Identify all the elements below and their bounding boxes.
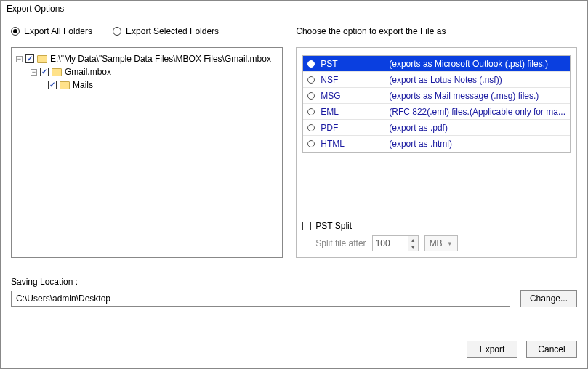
tree-node-label: E:\"My Data\"Sample Data Files\MBOX File… xyxy=(50,54,271,64)
tree-leaf-row[interactable]: Mails xyxy=(16,78,278,92)
folder-icon xyxy=(60,81,70,89)
saving-location-input[interactable] xyxy=(11,291,510,307)
export-button[interactable]: Export xyxy=(467,341,517,358)
saving-location-label: Saving Location : xyxy=(11,277,577,287)
change-button[interactable]: Change... xyxy=(520,290,577,307)
format-option-pst[interactable]: PST(exports as Microsoft Outlook (.pst) … xyxy=(303,56,570,72)
export-selected-radio[interactable]: Export Selected Folders xyxy=(113,26,219,36)
window-title: Export Options xyxy=(1,1,587,17)
split-unit-select[interactable]: MB ▼ xyxy=(424,235,458,251)
format-option-nsf[interactable]: NSF(export as Lotus Notes (.nsf)) xyxy=(303,72,570,88)
format-desc: (export as .pdf) xyxy=(389,123,570,133)
format-panel: PST(exports as Microsoft Outlook (.pst) … xyxy=(296,47,577,258)
tree-node-label: Gmail.mbox xyxy=(65,67,111,77)
format-name: NSF xyxy=(321,75,383,85)
radio-icon xyxy=(307,76,315,84)
tree-child-row[interactable]: − Gmail.mbox xyxy=(16,65,278,78)
export-scope-group: Export All Folders Export Selected Folde… xyxy=(11,23,283,40)
radio-icon xyxy=(307,124,315,131)
export-selected-label: Export Selected Folders xyxy=(126,26,219,36)
format-desc: (exports as Microsoft Outlook (.pst) fil… xyxy=(389,59,570,69)
tree-node-label: Mails xyxy=(73,80,93,90)
format-desc: (export as .html) xyxy=(389,139,570,149)
pst-split-checkbox[interactable] xyxy=(302,222,311,230)
tree-checkbox[interactable] xyxy=(25,54,34,63)
format-desc: (RFC 822(.eml) files.(Applicable only fo… xyxy=(389,107,570,117)
radio-icon xyxy=(307,92,315,100)
tree-checkbox[interactable] xyxy=(40,68,49,76)
collapse-icon[interactable]: − xyxy=(16,56,23,62)
format-list: PST(exports as Microsoft Outlook (.pst) … xyxy=(302,55,571,153)
split-value-input[interactable] xyxy=(373,236,408,251)
format-name: PDF xyxy=(321,123,383,133)
format-name: PST xyxy=(321,59,383,69)
format-desc: (exports as Mail message (.msg) files.) xyxy=(389,91,570,101)
chevron-down-icon: ▼ xyxy=(447,240,453,247)
format-name: HTML xyxy=(321,139,383,149)
split-value-stepper[interactable]: ▲ ▼ xyxy=(372,235,419,251)
radio-icon xyxy=(307,60,315,68)
format-desc: (export as Lotus Notes (.nsf)) xyxy=(389,75,570,85)
radio-icon xyxy=(307,140,315,147)
folder-icon xyxy=(52,68,62,76)
tree-checkbox[interactable] xyxy=(48,81,57,89)
format-name: EML xyxy=(321,107,383,117)
radio-icon xyxy=(113,27,121,36)
format-option-eml[interactable]: EML(RFC 822(.eml) files.(Applicable only… xyxy=(303,104,570,120)
format-option-msg[interactable]: MSG(exports as Mail message (.msg) files… xyxy=(303,88,570,104)
collapse-icon[interactable]: − xyxy=(31,69,37,76)
format-header: Choose the option to export the File as xyxy=(296,23,577,40)
format-option-html[interactable]: HTML(export as .html) xyxy=(303,136,570,152)
radio-icon xyxy=(11,27,20,36)
radio-icon xyxy=(307,108,315,115)
pst-split-label: PST Split xyxy=(315,221,352,231)
stepper-down-icon[interactable]: ▼ xyxy=(408,243,418,251)
format-option-pdf[interactable]: PDF(export as .pdf) xyxy=(303,120,570,136)
format-name: MSG xyxy=(321,91,383,101)
stepper-up-icon[interactable]: ▲ xyxy=(408,236,418,243)
export-all-radio[interactable]: Export All Folders xyxy=(11,26,92,36)
export-all-label: Export All Folders xyxy=(24,26,92,36)
split-field-label: Split file after xyxy=(315,238,366,248)
cancel-button[interactable]: Cancel xyxy=(526,341,577,358)
folder-icon xyxy=(37,55,47,63)
folder-tree[interactable]: − E:\"My Data\"Sample Data Files\MBOX Fi… xyxy=(11,47,283,258)
split-unit-value: MB xyxy=(430,238,443,248)
tree-root-row[interactable]: − E:\"My Data\"Sample Data Files\MBOX Fi… xyxy=(16,52,278,65)
